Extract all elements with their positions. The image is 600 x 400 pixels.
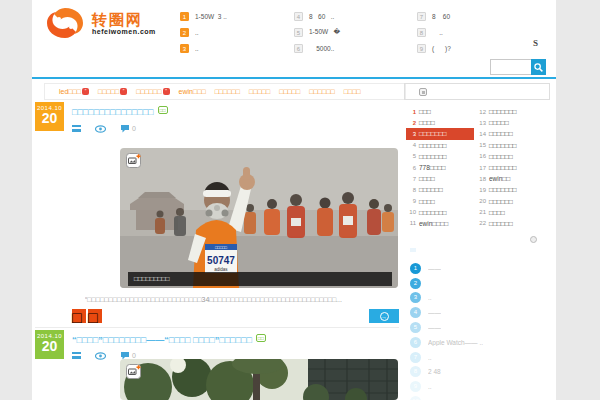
rank-item[interactable]: 21 □□□□ xyxy=(476,207,552,218)
rank-circle-badge: 2 xyxy=(410,278,421,289)
rank-item[interactable]: 14 □□□□□□ xyxy=(476,128,552,139)
category-list-icon xyxy=(72,125,81,132)
article-title[interactable]: □□□□□□□□□□□□□□□□□ xyxy=(72,106,168,117)
headline-item[interactable]: 9 ( )? xyxy=(417,40,535,56)
tag-link[interactable]: □□□□□□ xyxy=(309,88,334,95)
nav-underline xyxy=(32,77,556,79)
search-icon xyxy=(534,63,543,72)
tag-label: □□□□□ xyxy=(279,88,300,95)
rank-circle-badge: 5 xyxy=(410,322,421,333)
rank-circle-badge: 8 xyxy=(410,366,421,377)
tag-link[interactable]: □□□□□ xyxy=(279,88,300,95)
rank-item[interactable]: 16 □□□□□□ xyxy=(476,151,552,162)
category-list-icon xyxy=(72,352,81,359)
rank-number-badge: 6 xyxy=(294,44,303,53)
hot-topic-item[interactable]: 3 .. xyxy=(410,291,552,306)
rank-item[interactable]: 13 □□□□□ xyxy=(476,117,552,128)
read-more-button[interactable] xyxy=(369,309,399,323)
hot-topic-item[interactable]: 10 xyxy=(410,394,552,400)
footer-tag[interactable]: □ xyxy=(72,309,86,323)
rank-circle-badge: 10 xyxy=(410,396,421,400)
rank-item[interactable]: 18 ewin□□ xyxy=(476,173,552,184)
tag-link[interactable]: led□□□ xyxy=(59,88,89,95)
rank-item[interactable]: 20 □□□□□□ xyxy=(476,196,552,207)
marathon-photo[interactable]: □□□□□ 50747 adidas □□□□□□□□□ xyxy=(120,148,398,288)
headline-text: 1-50W � xyxy=(309,28,340,36)
comment-count: 0 xyxy=(132,352,136,359)
comment-count: 0 xyxy=(132,125,136,132)
headline-text: 5000.. xyxy=(309,45,334,52)
headline-item[interactable]: 3 .. xyxy=(180,40,298,56)
headline-text: .. xyxy=(195,29,199,36)
hot-topic-item[interactable]: 4 —— xyxy=(410,305,552,320)
rank-item[interactable]: 10 □□□□□□□ xyxy=(406,207,474,218)
site-logo[interactable]: 转圈网 hefeiwomen.com xyxy=(44,6,156,40)
hot-topic-item[interactable]: 2 xyxy=(410,276,552,291)
rank-item[interactable]: 11 ewin□□□□ xyxy=(406,218,474,229)
rank-item[interactable]: 2 □□□□ xyxy=(406,117,474,128)
article-meta: 0 xyxy=(72,124,136,133)
rank-number-badge: 2 xyxy=(180,28,189,37)
article-title[interactable]: “□□□□”□□□□□□□□——“□□□□ □□□□”□□□□□□□□ xyxy=(72,334,266,345)
rank-circle-badge: 1 xyxy=(410,263,421,274)
rank-number-badge: 7 xyxy=(417,12,426,21)
tag-link[interactable]: □□□□ xyxy=(344,88,361,95)
sidebar-tab[interactable] xyxy=(425,248,431,252)
search-button[interactable] xyxy=(531,59,546,75)
rank-list-left: 1 □□□ 2 □□□□ 3 □□□□□□□ 4 □□□□□□□ 5 □□□□□… xyxy=(406,106,474,229)
tag-link[interactable]: □□□□□ xyxy=(98,88,127,95)
article-excerpt: “□□□□□□□□□□□□□□□□□□□□□□□□□□□34□□□□□□□□□□… xyxy=(85,296,399,303)
rank-item[interactable]: 12 □□□□□□□ xyxy=(476,106,552,117)
rank-item[interactable]: 3 □□□□□□□ xyxy=(406,128,474,139)
tag-link[interactable]: ewin□□□ xyxy=(179,88,206,95)
headline-text: .. xyxy=(195,45,199,52)
site-domain: hefeiwomen.com xyxy=(92,28,156,35)
rank-item[interactable]: 7 □□□□ xyxy=(406,173,474,184)
sidebar-tab[interactable] xyxy=(440,248,446,252)
rank-item[interactable]: 1 □□□ xyxy=(406,106,474,117)
hot-topic-item[interactable]: 5 —— xyxy=(410,320,552,335)
hot-topic-item[interactable]: 1 —— xyxy=(410,261,552,276)
main-page: 转圈网 hefeiwomen.com 1 1-50W 3 .. 2 .. 3 .… xyxy=(32,0,556,400)
hot-icon xyxy=(120,88,127,95)
headline-item[interactable]: 1 1-50W 3 .. xyxy=(180,8,298,24)
tag-label: □□□□ xyxy=(344,88,361,95)
rank-item[interactable]: 6 778□□□□ xyxy=(406,162,474,173)
rank-item[interactable]: 5 □□□□□□□ xyxy=(406,151,474,162)
tag-link[interactable]: □□□□□□ xyxy=(136,88,169,95)
article-date: 2014.10 20 xyxy=(35,330,64,359)
hot-topic-item[interactable]: 8 2 48 xyxy=(410,365,552,380)
rank-item[interactable]: 4 □□□□□□□ xyxy=(406,140,474,151)
rank-item[interactable]: 19 □□□□□□□ xyxy=(476,184,552,195)
tag-link[interactable]: □□□□□□ xyxy=(215,88,240,95)
footer-tag[interactable]: □ xyxy=(88,309,102,323)
rank-item[interactable]: 15 □□□□□□□ xyxy=(476,140,552,151)
park-photo[interactable] xyxy=(120,359,398,400)
share-link[interactable]: S xyxy=(533,38,538,48)
marathon-scene: □□□□□ 50747 adidas xyxy=(120,148,398,288)
hot-topic-item[interactable]: 7 .. xyxy=(410,350,552,365)
rank-number-badge: 1 xyxy=(180,12,189,21)
headline-item[interactable]: 2 .. xyxy=(180,24,298,40)
headline-item[interactable]: 4 8 60 .. xyxy=(294,8,412,24)
sidebar-tab[interactable] xyxy=(410,248,416,252)
rank-item[interactable]: 9 □□□□ xyxy=(406,196,474,207)
article-date: 2014.10 20 xyxy=(35,102,64,131)
headline-item[interactable]: 5 1-50W � xyxy=(294,24,412,40)
views-eye-icon xyxy=(95,352,106,360)
headline-item[interactable]: 8 .. xyxy=(417,24,535,40)
search-input[interactable] xyxy=(490,59,531,75)
rank-item[interactable]: 8 □□□□□□ xyxy=(406,184,474,195)
hot-topics-list: 1 —— 2 3 .. 4 —— 5 —— 6 Apple Watch—— ..… xyxy=(410,261,552,400)
image-count-badge: □□ xyxy=(256,334,266,342)
headline-item[interactable]: 7 8 60 xyxy=(417,8,535,24)
headline-item[interactable]: 6 5000.. xyxy=(294,40,412,56)
rank-item[interactable]: 22 □□□□□□ xyxy=(476,218,552,229)
rank-item[interactable]: 17 □□□□□□□ xyxy=(476,162,552,173)
site-title: 转圈网 xyxy=(92,12,156,28)
hot-topic-item[interactable]: 9 .. xyxy=(410,379,552,394)
tag-link[interactable]: □□□□□ xyxy=(249,88,270,95)
hot-topic-item[interactable]: 6 Apple Watch—— .. xyxy=(410,335,552,350)
headline-column-3: 7 8 60 8 .. 9 ( )? xyxy=(417,8,535,56)
tag-label: □□□□□ xyxy=(249,88,270,95)
